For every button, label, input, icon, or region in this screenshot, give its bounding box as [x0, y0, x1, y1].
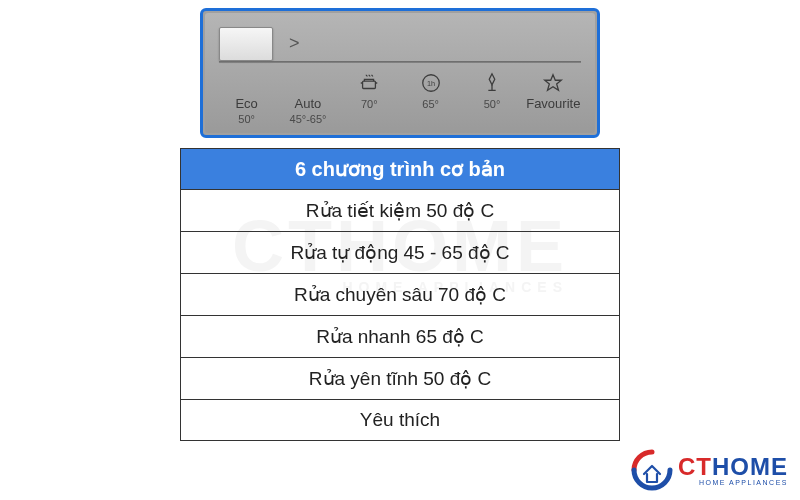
program-temp: 65°	[422, 98, 439, 110]
program-temp: 45°-65°	[290, 113, 327, 125]
panel-inner: > Eco 50° Auto 45°-65° 70°	[205, 13, 595, 133]
table-row: Rửa chuyên sâu 70 độ C	[181, 274, 619, 316]
programs-table: 6 chương trình cơ bản Rửa tiết kiệm 50 đ…	[180, 148, 620, 441]
program-silent: 50°	[464, 72, 519, 125]
table-row: Rửa yên tĩnh 50 độ C	[181, 358, 619, 400]
slider-pointer-icon: >	[289, 33, 300, 54]
table-row: Yêu thích	[181, 400, 619, 440]
program-icons-row: Eco 50° Auto 45°-65° 70° 1h 65°	[219, 72, 581, 125]
program-eco: Eco 50°	[219, 72, 274, 125]
clock-1h-icon: 1h	[420, 72, 442, 94]
svg-rect-0	[363, 81, 376, 88]
table-row: Rửa tự động 45 - 65 độ C	[181, 232, 619, 274]
control-panel: > Eco 50° Auto 45°-65° 70°	[200, 8, 600, 138]
table-row: Rửa tiết kiệm 50 độ C	[181, 190, 619, 232]
table-row: Rửa nhanh 65 độ C	[181, 316, 619, 358]
program-quick: 1h 65°	[403, 72, 458, 125]
program-label: Eco	[235, 96, 257, 111]
slider-line	[219, 61, 581, 63]
logo-sub: HOME APPLIANCES	[678, 479, 788, 486]
logo-ct: CT	[678, 453, 712, 480]
silence-icon	[481, 72, 503, 94]
program-favourite: Favourite	[526, 72, 581, 125]
program-label: Favourite	[526, 96, 580, 111]
logo-home: HOME	[712, 453, 788, 480]
svg-text:1h: 1h	[427, 79, 435, 88]
logo-mark-icon	[630, 448, 674, 492]
program-intensive: 70°	[342, 72, 397, 125]
star-icon	[542, 72, 564, 94]
program-slider[interactable]: >	[219, 31, 581, 57]
program-label: Auto	[295, 96, 322, 111]
program-auto: Auto 45°-65°	[280, 72, 335, 125]
brand-logo: CTHOME HOME APPLIANCES	[630, 448, 788, 492]
table-header: 6 chương trình cơ bản	[181, 149, 619, 190]
program-temp: 50°	[238, 113, 255, 125]
program-temp: 50°	[484, 98, 501, 110]
logo-main: CTHOME	[678, 455, 788, 479]
pot-icon	[358, 72, 380, 94]
slider-knob[interactable]	[219, 27, 273, 61]
logo-text: CTHOME HOME APPLIANCES	[678, 455, 788, 486]
program-temp: 70°	[361, 98, 378, 110]
